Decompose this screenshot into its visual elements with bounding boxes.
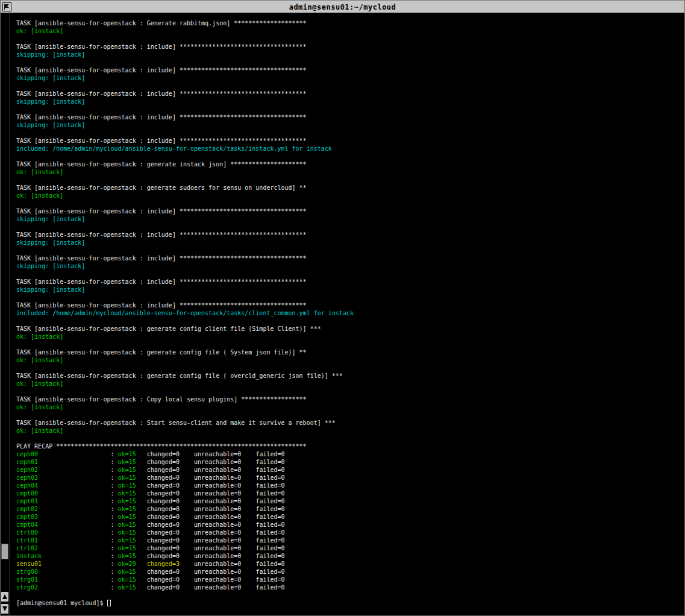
recap-unreachable-count: unreachable=0: [194, 490, 255, 497]
recap-ok-count: ok=15: [118, 584, 147, 591]
recap-failed-count: failed=0: [255, 506, 284, 512]
play-recap-header: PLAY RECAP *****************************…: [16, 443, 307, 450]
recap-changed-count: changed=0: [147, 459, 194, 465]
recap-host: ceph03: [16, 474, 111, 481]
task-header-line: TASK [ansible-sensu-for-openstack : incl…: [16, 114, 307, 121]
task-result-line: skipping: [instack]: [16, 286, 85, 293]
task-result-line: included: /home/admin/mycloud/ansible-se…: [16, 145, 332, 152]
recap-changed-count: changed=0: [147, 576, 194, 583]
window-title: admin@sensu01:~/mycloud: [1, 3, 684, 11]
recap-separator: :: [111, 459, 118, 465]
recap-failed-count: failed=0: [255, 451, 284, 457]
recap-unreachable-count: unreachable=0: [194, 467, 255, 473]
recap-unreachable-count: unreachable=0: [194, 545, 255, 552]
recap-separator: :: [111, 553, 118, 559]
task-header-line: TASK [ansible-sensu-for-openstack : gene…: [16, 349, 307, 356]
task-result-line: skipping: [instack]: [16, 122, 85, 128]
recap-failed-count: failed=0: [255, 561, 284, 567]
recap-changed-count: changed=0: [147, 537, 194, 544]
recap-failed-count: failed=0: [255, 521, 284, 528]
task-header-line: TASK [ansible-sensu-for-openstack : gene…: [16, 184, 307, 191]
recap-unreachable-count: unreachable=0: [194, 576, 255, 583]
recap-separator: :: [111, 467, 118, 473]
recap-failed-count: failed=0: [255, 514, 284, 520]
recap-failed-count: failed=0: [255, 490, 284, 497]
task-result-line: ok: [instack]: [16, 357, 63, 363]
recap-unreachable-count: unreachable=0: [194, 451, 255, 457]
recap-host: strg01: [16, 576, 111, 583]
recap-host: ceph00: [16, 451, 111, 457]
recap-host: ctrl02: [16, 545, 111, 552]
recap-changed-count: changed=0: [147, 498, 194, 504]
recap-ok-count: ok=15: [118, 498, 147, 504]
terminal-body: TASK [ansible-sensu-for-openstack : Gene…: [1, 13, 684, 615]
recap-ok-count: ok=15: [118, 553, 147, 559]
scrollbar[interactable]: [1, 13, 10, 615]
recap-ok-count: ok=15: [118, 537, 147, 544]
recap-changed-count: changed=0: [147, 584, 194, 591]
recap-unreachable-count: unreachable=0: [194, 561, 255, 567]
task-result-line: ok: [instack]: [16, 28, 63, 34]
recap-separator: :: [111, 521, 118, 528]
recap-ok-count: ok=29: [118, 561, 147, 567]
task-header-line: TASK [ansible-sensu-for-openstack : gene…: [16, 325, 321, 332]
recap-failed-count: failed=0: [255, 568, 284, 575]
task-result-line: ok: [instack]: [16, 333, 63, 340]
recap-separator: :: [111, 514, 118, 520]
recap-separator: :: [111, 506, 118, 512]
recap-unreachable-count: unreachable=0: [194, 521, 255, 528]
recap-separator: :: [111, 576, 118, 583]
down-arrow-icon: [2, 606, 7, 611]
scrollbar-buttons: [1, 590, 10, 614]
recap-ok-count: ok=15: [118, 514, 147, 520]
task-result-line: ok: [instack]: [16, 404, 63, 410]
recap-failed-count: failed=0: [255, 459, 284, 465]
task-result-line: ok: [instack]: [16, 380, 63, 387]
task-header-line: TASK [ansible-sensu-for-openstack : incl…: [16, 43, 307, 50]
shell-prompt: [admin@sensu01 mycloud]$: [16, 600, 107, 606]
task-result-line: skipping: [instack]: [16, 263, 85, 269]
recap-unreachable-count: unreachable=0: [194, 568, 255, 575]
task-result-line: skipping: [instack]: [16, 51, 85, 58]
recap-host: strg02: [16, 584, 111, 591]
recap-ok-count: ok=15: [118, 482, 147, 489]
recap-host: cmpt03: [16, 514, 111, 520]
recap-host: cmpt04: [16, 521, 111, 528]
scroll-up-button[interactable]: [1, 591, 9, 602]
scroll-down-button[interactable]: [1, 603, 9, 614]
recap-ok-count: ok=15: [118, 451, 147, 457]
recap-separator: :: [111, 498, 118, 504]
recap-separator: :: [111, 545, 118, 552]
task-header-line: TASK [ansible-sensu-for-openstack : incl…: [16, 231, 307, 238]
recap-host: ctrl00: [16, 529, 111, 536]
recap-failed-count: failed=0: [255, 576, 284, 583]
task-result-line: skipping: [instack]: [16, 239, 85, 246]
recap-failed-count: failed=0: [255, 467, 284, 473]
titlebar[interactable]: admin@sensu01:~/mycloud: [1, 1, 684, 13]
task-header-line: TASK [ansible-sensu-for-openstack : Gene…: [16, 20, 307, 27]
recap-failed-count: failed=0: [255, 529, 284, 536]
recap-unreachable-count: unreachable=0: [194, 514, 255, 520]
scrollbar-thumb[interactable]: [1, 544, 8, 559]
recap-host: ceph02: [16, 467, 111, 473]
recap-separator: :: [111, 568, 118, 575]
terminal-screen[interactable]: TASK [ansible-sensu-for-openstack : Gene…: [10, 13, 684, 615]
up-arrow-icon: [2, 594, 7, 599]
recap-changed-count: changed=0: [147, 568, 194, 575]
recap-unreachable-count: unreachable=0: [194, 482, 255, 489]
recap-changed-count: changed=0: [147, 482, 194, 489]
recap-changed-count: changed=0: [147, 506, 194, 512]
recap-unreachable-count: unreachable=0: [194, 506, 255, 512]
task-header-line: TASK [ansible-sensu-for-openstack : incl…: [16, 255, 307, 262]
terminal-cursor: [107, 600, 111, 606]
recap-unreachable-count: unreachable=0: [194, 498, 255, 504]
terminal-window: admin@sensu01:~/mycloud TASK [ansible-se…: [0, 0, 685, 616]
task-result-line: included: /home/admin/mycloud/ansible-se…: [16, 310, 354, 316]
recap-separator: :: [111, 451, 118, 457]
task-header-line: TASK [ansible-sensu-for-openstack : Star…: [16, 420, 336, 426]
task-header-line: TASK [ansible-sensu-for-openstack : incl…: [16, 302, 307, 309]
recap-host: sensu01: [16, 561, 111, 567]
recap-separator: :: [111, 529, 118, 536]
task-header-line: TASK [ansible-sensu-for-openstack : gene…: [16, 372, 343, 379]
recap-host: cmpt00: [16, 490, 111, 497]
